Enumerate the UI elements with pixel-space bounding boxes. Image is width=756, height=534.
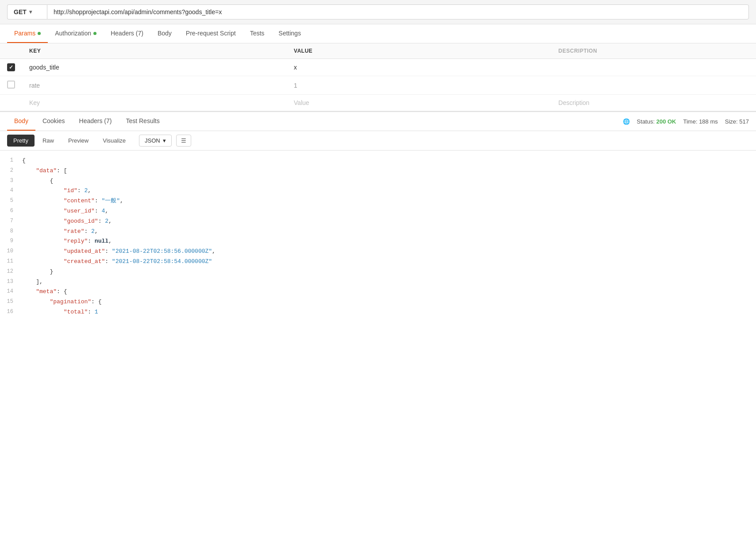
time-value: 188 ms [699, 118, 718, 125]
tab-cookies[interactable]: Cookies [35, 112, 72, 131]
checkbox-cell [0, 95, 22, 111]
size-value: 517 [739, 118, 749, 125]
tab-params[interactable]: Params [7, 24, 48, 43]
json-line: 2 "data": [ [0, 166, 756, 176]
line-number: 7 [0, 217, 22, 225]
col-header-key: KEY [22, 43, 287, 59]
line-content: "id": 2, [22, 186, 756, 196]
placeholder-value[interactable]: Value [287, 95, 552, 111]
wrap-icon: ☰ [181, 137, 186, 144]
method-chevron: ▾ [29, 9, 32, 15]
line-number: 6 [0, 207, 22, 215]
json-format-select[interactable]: JSON ▾ [139, 135, 172, 147]
time-label: Time: 188 ms [683, 118, 718, 125]
tab-response-body[interactable]: Body [7, 112, 35, 131]
col-header-checkbox [0, 43, 22, 59]
response-tabs-bar: Body Cookies Headers (7) Test Results 🌐 … [0, 111, 756, 131]
json-line: 9 "reply": null, [0, 236, 756, 247]
status-label: Status: 200 OK [637, 118, 676, 125]
status-value: 200 OK [656, 118, 676, 125]
prerequest-label: Pre-request Script [186, 30, 236, 37]
placeholder-key[interactable]: Key [22, 95, 287, 111]
checkbox-checked[interactable] [7, 63, 15, 71]
line-number: 13 [0, 278, 22, 286]
json-line: 15 "pagination": { [0, 297, 756, 307]
line-number: 2 [0, 166, 22, 175]
key-cell[interactable]: rate [22, 76, 287, 95]
tab-body[interactable]: Body [150, 24, 179, 43]
tab-headers[interactable]: Headers (7) [104, 24, 150, 43]
response-body-label: Body [14, 117, 28, 124]
params-dot [38, 32, 41, 35]
tests-label: Tests [250, 30, 265, 37]
params-label: Params [14, 30, 35, 37]
json-line: 7 "goods_id": 2, [0, 217, 756, 227]
btn-raw[interactable]: Raw [36, 135, 60, 147]
line-content: "content": "一般", [22, 197, 756, 206]
checkbox-cell[interactable] [0, 59, 22, 76]
json-line: 1{ [0, 156, 756, 166]
response-headers-label: Headers (7) [79, 117, 112, 124]
tab-response-headers[interactable]: Headers (7) [72, 112, 119, 131]
line-number: 4 [0, 186, 22, 195]
line-number: 10 [0, 247, 22, 255]
url-bar: GET ▾ [0, 0, 756, 24]
line-number: 16 [0, 308, 22, 316]
globe-icon: 🌐 [623, 118, 630, 125]
wrap-button[interactable]: ☰ [176, 135, 191, 147]
headers-label: Headers (7) [111, 30, 143, 37]
line-content: "meta": { [22, 287, 756, 297]
format-bar: Pretty Raw Preview Visualize JSON ▾ ☰ [0, 131, 756, 151]
cookies-label: Cookies [42, 117, 65, 124]
method-select[interactable]: GET ▾ [7, 4, 47, 19]
table-row: goods_title x [0, 59, 756, 76]
line-content: "created_at": "2021-08-22T02:58:54.00000… [22, 257, 756, 267]
line-number: 14 [0, 287, 22, 296]
table-row: rate 1 [0, 76, 756, 95]
url-input[interactable] [47, 4, 749, 19]
btn-pretty[interactable]: Pretty [7, 135, 35, 147]
value-cell[interactable]: 1 [287, 76, 552, 95]
line-number: 5 [0, 197, 22, 205]
line-number: 11 [0, 257, 22, 266]
line-number: 12 [0, 267, 22, 276]
line-content: "updated_at": "2021-08-22T02:58:56.00000… [22, 247, 756, 256]
authorization-label: Authorization [55, 30, 91, 37]
response-tabs: Body Cookies Headers (7) Test Results [7, 112, 167, 131]
placeholder-desc[interactable]: Description [552, 95, 756, 111]
json-line: 8 "rate": 2, [0, 227, 756, 237]
line-content: { [22, 177, 756, 186]
json-line: 14 "meta": { [0, 287, 756, 297]
tab-settings[interactable]: Settings [271, 24, 308, 43]
json-line: 10 "updated_at": "2021-08-22T02:58:56.00… [0, 247, 756, 257]
response-meta: 🌐 Status: 200 OK Time: 188 ms Size: 517 [623, 118, 749, 125]
json-format-label: JSON [145, 137, 160, 144]
line-number: 15 [0, 298, 22, 306]
desc-cell[interactable] [552, 59, 756, 76]
line-number: 9 [0, 237, 22, 245]
method-label: GET [14, 8, 27, 15]
line-content: { [22, 156, 756, 166]
line-content: "data": [ [22, 166, 756, 176]
tab-prerequest[interactable]: Pre-request Script [179, 24, 243, 43]
line-number: 1 [0, 156, 22, 165]
col-header-desc: DESCRIPTION [552, 43, 756, 59]
tab-tests[interactable]: Tests [243, 24, 272, 43]
line-content: "goods_id": 2, [22, 217, 756, 226]
body-label: Body [158, 30, 172, 37]
tab-authorization[interactable]: Authorization [48, 24, 104, 43]
params-table: KEY VALUE DESCRIPTION goods_title x rate [0, 43, 756, 111]
tab-test-results[interactable]: Test Results [119, 112, 166, 131]
line-number: 8 [0, 227, 22, 236]
checkbox-unchecked[interactable] [7, 81, 15, 89]
desc-cell[interactable] [552, 76, 756, 95]
authorization-dot [93, 32, 96, 35]
btn-preview[interactable]: Preview [62, 135, 95, 147]
json-line: 12 } [0, 267, 756, 277]
key-cell[interactable]: goods_title [22, 59, 287, 76]
checkbox-cell[interactable] [0, 76, 22, 95]
json-line: 13 ], [0, 277, 756, 287]
btn-visualize[interactable]: Visualize [96, 135, 132, 147]
col-header-value: VALUE [287, 43, 552, 59]
value-cell[interactable]: x [287, 59, 552, 76]
